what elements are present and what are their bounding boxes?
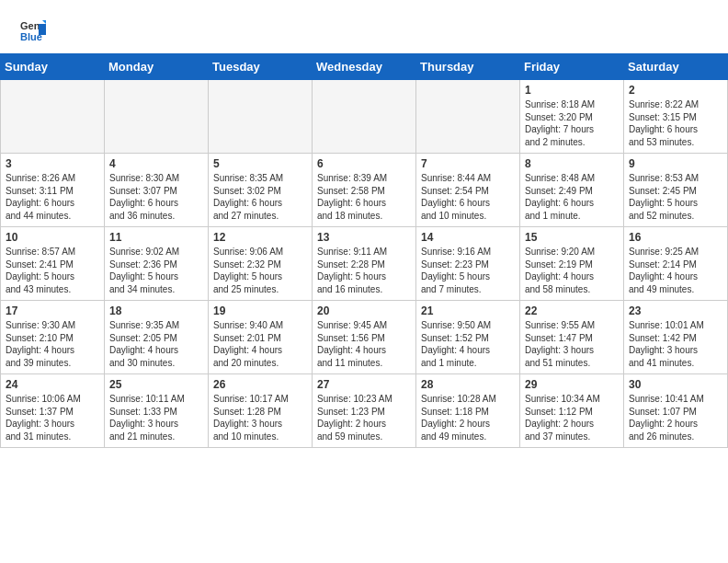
day-info: Sunrise: 8:18 AM Sunset: 3:20 PM Dayligh… [525,98,619,148]
day-info: Sunrise: 9:16 AM Sunset: 2:23 PM Dayligh… [421,246,515,295]
day-info: Sunrise: 10:17 AM Sunset: 1:28 PM Daylig… [213,393,307,442]
day-number: 22 [525,304,619,317]
calendar-cell: 15Sunrise: 9:20 AM Sunset: 2:19 PM Dayli… [520,227,624,301]
day-number: 30 [629,378,722,391]
svg-marker-2 [39,24,46,35]
calendar-cell: 23Sunrise: 10:01 AM Sunset: 1:42 PM Dayl… [624,301,728,374]
day-number: 28 [421,378,515,391]
day-number: 19 [213,304,307,317]
calendar-cell [105,80,209,154]
day-info: Sunrise: 9:30 AM Sunset: 2:10 PM Dayligh… [6,319,99,369]
day-number: 18 [109,304,203,317]
header-day: Saturday [624,54,728,80]
day-number: 9 [629,157,722,170]
calendar-cell: 17Sunrise: 9:30 AM Sunset: 2:10 PM Dayli… [1,301,105,374]
calendar-cell: 24Sunrise: 10:06 AM Sunset: 1:37 PM Dayl… [1,374,105,448]
day-info: Sunrise: 9:55 AM Sunset: 1:47 PM Dayligh… [525,319,619,369]
calendar-cell: 22Sunrise: 9:55 AM Sunset: 1:47 PM Dayli… [520,301,624,374]
calendar-cell: 10Sunrise: 8:57 AM Sunset: 2:41 PM Dayli… [1,227,105,301]
day-number: 26 [213,378,307,391]
calendar-table: SundayMondayTuesdayWednesdayThursdayFrid… [0,53,728,448]
calendar-cell: 1Sunrise: 8:18 AM Sunset: 3:20 PM Daylig… [520,80,624,154]
calendar-cell: 19Sunrise: 9:40 AM Sunset: 2:01 PM Dayli… [209,301,313,374]
calendar-week-row: 3Sunrise: 8:26 AM Sunset: 3:11 PM Daylig… [1,154,728,227]
calendar-cell: 9Sunrise: 8:53 AM Sunset: 2:45 PM Daylig… [624,154,728,227]
day-number: 21 [421,304,515,317]
calendar-body: 1Sunrise: 8:18 AM Sunset: 3:20 PM Daylig… [1,80,728,448]
day-number: 29 [525,378,619,391]
day-info: Sunrise: 8:30 AM Sunset: 3:07 PM Dayligh… [109,172,203,222]
calendar-cell: 8Sunrise: 8:48 AM Sunset: 2:49 PM Daylig… [520,154,624,227]
calendar-cell: 21Sunrise: 9:50 AM Sunset: 1:52 PM Dayli… [416,301,520,374]
day-number: 15 [525,231,619,244]
day-number: 13 [317,231,411,244]
calendar-cell [313,80,416,154]
day-number: 20 [317,304,411,317]
header-day: Sunday [1,54,105,80]
day-info: Sunrise: 8:53 AM Sunset: 2:45 PM Dayligh… [629,172,722,222]
day-number: 24 [6,378,99,391]
day-number: 4 [109,157,203,170]
calendar-cell: 14Sunrise: 9:16 AM Sunset: 2:23 PM Dayli… [416,227,520,301]
calendar-cell: 13Sunrise: 9:11 AM Sunset: 2:28 PM Dayli… [313,227,416,301]
day-info: Sunrise: 9:11 AM Sunset: 2:28 PM Dayligh… [317,246,411,295]
day-info: Sunrise: 9:06 AM Sunset: 2:32 PM Dayligh… [213,246,307,295]
calendar-cell [416,80,520,154]
day-info: Sunrise: 8:26 AM Sunset: 3:11 PM Dayligh… [6,172,99,222]
day-info: Sunrise: 8:48 AM Sunset: 2:49 PM Dayligh… [525,172,619,222]
day-number: 12 [213,231,307,244]
day-info: Sunrise: 10:06 AM Sunset: 1:37 PM Daylig… [6,393,99,442]
day-info: Sunrise: 8:44 AM Sunset: 2:54 PM Dayligh… [421,172,515,222]
day-info: Sunrise: 9:45 AM Sunset: 1:56 PM Dayligh… [317,319,411,369]
day-info: Sunrise: 10:34 AM Sunset: 1:12 PM Daylig… [525,393,619,442]
calendar-cell: 5Sunrise: 8:35 AM Sunset: 3:02 PM Daylig… [209,154,313,227]
day-number: 17 [6,304,99,317]
day-number: 11 [109,231,203,244]
day-info: Sunrise: 8:22 AM Sunset: 3:15 PM Dayligh… [629,98,722,148]
calendar-week-row: 17Sunrise: 9:30 AM Sunset: 2:10 PM Dayli… [1,301,728,374]
day-number: 23 [629,304,722,317]
calendar-cell: 7Sunrise: 8:44 AM Sunset: 2:54 PM Daylig… [416,154,520,227]
calendar-cell [209,80,313,154]
calendar-cell: 26Sunrise: 10:17 AM Sunset: 1:28 PM Dayl… [209,374,313,448]
day-number: 1 [525,84,619,97]
day-info: Sunrise: 10:23 AM Sunset: 1:23 PM Daylig… [317,393,411,442]
day-info: Sunrise: 9:02 AM Sunset: 2:36 PM Dayligh… [109,246,203,295]
calendar-week-row: 24Sunrise: 10:06 AM Sunset: 1:37 PM Dayl… [1,374,728,448]
day-info: Sunrise: 9:50 AM Sunset: 1:52 PM Dayligh… [421,319,515,369]
day-info: Sunrise: 10:11 AM Sunset: 1:33 PM Daylig… [109,393,203,442]
day-info: Sunrise: 9:20 AM Sunset: 2:19 PM Dayligh… [525,246,619,295]
day-info: Sunrise: 8:35 AM Sunset: 3:02 PM Dayligh… [213,172,307,222]
calendar-cell: 18Sunrise: 9:35 AM Sunset: 2:05 PM Dayli… [105,301,209,374]
calendar-week-row: 1Sunrise: 8:18 AM Sunset: 3:20 PM Daylig… [1,80,728,154]
logo-icon: General Blue [18,17,46,44]
calendar-cell [1,80,105,154]
day-number: 5 [213,157,307,170]
day-info: Sunrise: 9:25 AM Sunset: 2:14 PM Dayligh… [629,246,722,295]
day-info: Sunrise: 8:39 AM Sunset: 2:58 PM Dayligh… [317,172,411,222]
day-number: 3 [6,157,99,170]
header-day: Thursday [416,54,520,80]
day-info: Sunrise: 10:28 AM Sunset: 1:18 PM Daylig… [421,393,515,442]
page-header: General Blue [0,0,728,53]
day-number: 6 [317,157,411,170]
header-day: Tuesday [209,54,313,80]
day-number: 8 [525,157,619,170]
header-day: Friday [520,54,624,80]
calendar-cell: 11Sunrise: 9:02 AM Sunset: 2:36 PM Dayli… [105,227,209,301]
calendar-header: SundayMondayTuesdayWednesdayThursdayFrid… [1,54,728,80]
day-number: 25 [109,378,203,391]
day-number: 2 [629,84,722,97]
day-info: Sunrise: 10:41 AM Sunset: 1:07 PM Daylig… [629,393,722,442]
day-number: 16 [629,231,722,244]
calendar-week-row: 10Sunrise: 8:57 AM Sunset: 2:41 PM Dayli… [1,227,728,301]
calendar-cell: 28Sunrise: 10:28 AM Sunset: 1:18 PM Dayl… [416,374,520,448]
calendar-cell: 25Sunrise: 10:11 AM Sunset: 1:33 PM Dayl… [105,374,209,448]
calendar-cell: 30Sunrise: 10:41 AM Sunset: 1:07 PM Dayl… [624,374,728,448]
day-info: Sunrise: 8:57 AM Sunset: 2:41 PM Dayligh… [6,246,99,295]
header-day: Wednesday [313,54,416,80]
day-number: 14 [421,231,515,244]
calendar-cell: 6Sunrise: 8:39 AM Sunset: 2:58 PM Daylig… [313,154,416,227]
header-row: SundayMondayTuesdayWednesdayThursdayFrid… [1,54,728,80]
header-day: Monday [105,54,209,80]
